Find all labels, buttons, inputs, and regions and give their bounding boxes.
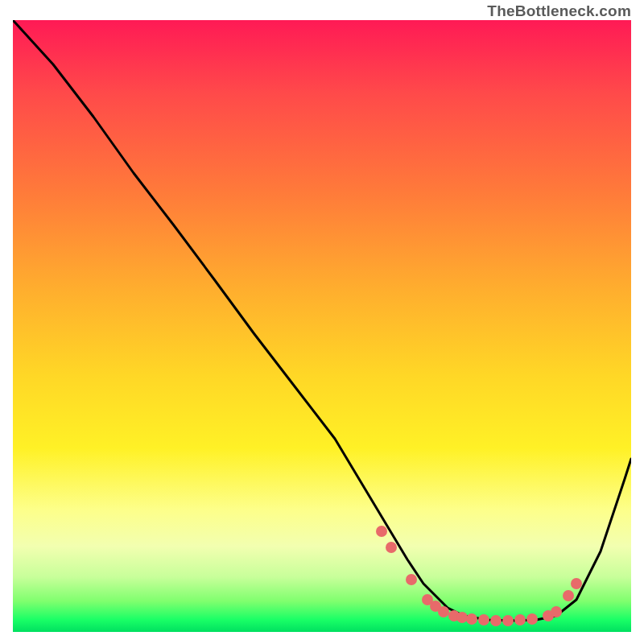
- scatter-dot: [563, 590, 574, 601]
- scatter-dot: [456, 612, 468, 623]
- branding-watermark: TheBottleneck.com: [487, 2, 631, 20]
- scatter-dot: [490, 615, 502, 626]
- scatter-dot: [478, 614, 489, 625]
- scatter-dots-group: [376, 526, 582, 626]
- scatter-dot: [526, 613, 538, 625]
- scatter-dot: [466, 613, 477, 625]
- scatter-dot: [386, 542, 397, 553]
- scatter-dot: [376, 526, 387, 537]
- scatter-dot: [406, 574, 417, 585]
- chart-overlay-svg: [13, 20, 631, 632]
- scatter-dot: [514, 614, 526, 625]
- bottleneck-curve: [13, 20, 631, 621]
- scatter-dot: [571, 578, 582, 589]
- scatter-dot: [438, 606, 449, 617]
- scatter-dot: [502, 615, 514, 626]
- scatter-dot: [551, 606, 562, 617]
- chart-frame: TheBottleneck.com: [0, 0, 644, 644]
